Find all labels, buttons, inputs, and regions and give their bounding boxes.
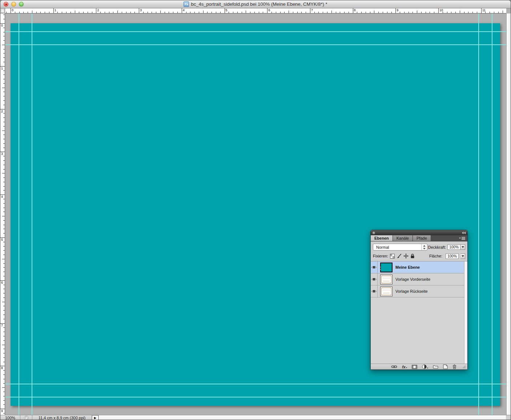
layer-row-meine-ebene[interactable]: Meine Ebene (371, 261, 465, 273)
vertical-scrollbar[interactable] (506, 13, 511, 415)
ruler-tick (434, 12, 434, 13)
status-doc-icon[interactable] (20, 415, 32, 420)
ruler-tick (336, 12, 336, 13)
guide-vertical[interactable] (492, 13, 492, 415)
layer-thumbnail[interactable] (380, 275, 393, 284)
layer-name[interactable]: Vorlage Rückseite (395, 289, 428, 293)
layer-name[interactable]: Meine Ebene (395, 265, 420, 269)
ruler-tick (3, 250, 5, 251)
ruler-tick (3, 148, 5, 148)
ruler-tick (3, 272, 5, 272)
blend-mode-select[interactable]: Normal (373, 244, 427, 251)
ruler-tick (314, 12, 315, 13)
ruler-tick (417, 11, 417, 13)
ruler-tick (370, 12, 370, 13)
ruler-top[interactable]: 01234567891011 (5, 8, 506, 13)
guide-horizontal[interactable] (5, 397, 506, 397)
layer-thumbnail[interactable] (380, 287, 393, 296)
ruler-label: 7 (311, 9, 313, 12)
ruler-tick (36, 12, 37, 13)
ruler-tick (3, 113, 5, 113)
ruler-left[interactable]: 0123456789 (0, 13, 5, 415)
lock-position-icon[interactable] (403, 253, 409, 259)
window-titlebar[interactable]: Ps bc_4s_portrait_sidefold.psd bei 100% … (0, 0, 511, 8)
ruler-tick (3, 297, 5, 298)
guide-horizontal[interactable] (5, 44, 506, 45)
layer-visibility-toggle[interactable] (371, 285, 378, 297)
close-button[interactable] (4, 2, 8, 7)
ruler-tick (323, 12, 323, 13)
panel-menu-icon[interactable] (459, 235, 467, 241)
guide-horizontal[interactable] (5, 31, 506, 32)
ruler-tick (173, 12, 173, 13)
lock-pixels-icon[interactable] (397, 253, 402, 259)
resize-corner[interactable] (506, 415, 511, 420)
tab-kanaele[interactable]: Kanäle (393, 235, 413, 241)
layer-controls: Normal Deckkraft: 100% Fixieren: (371, 241, 467, 261)
ruler-tick (3, 40, 5, 41)
ruler-tick (3, 404, 5, 405)
status-options-button[interactable]: ▶ (92, 415, 98, 420)
eye-icon (371, 265, 377, 269)
ruler-tick (3, 212, 5, 212)
fill-dropdown-button[interactable] (460, 253, 465, 259)
layer-name[interactable]: Vorlage Vorderseite (395, 277, 430, 281)
ruler-tick (23, 12, 24, 13)
delete-layer-icon[interactable] (452, 364, 456, 369)
ruler-tick (357, 12, 357, 13)
new-layer-icon[interactable] (443, 364, 448, 369)
zoom-window-button[interactable] (19, 2, 24, 7)
layer-mask-icon[interactable] (412, 365, 417, 369)
ruler-tick (3, 92, 5, 92)
horizontal-scrollbar[interactable] (98, 415, 506, 420)
ruler-label: 0 (12, 9, 13, 12)
ruler-tick (246, 11, 246, 13)
ruler-tick (3, 263, 5, 264)
stepper-icon (421, 244, 426, 250)
lock-transparency-icon[interactable] (390, 254, 395, 259)
guide-vertical[interactable] (32, 13, 32, 415)
panel-scrollbar[interactable] (464, 261, 467, 364)
ruler-tick (53, 8, 54, 13)
ruler-tick (130, 12, 131, 13)
ruler-tick (447, 12, 447, 13)
guide-horizontal[interactable] (5, 384, 506, 384)
blend-mode-value: Normal (376, 245, 389, 249)
ruler-tick (426, 12, 426, 13)
guide-vertical[interactable] (19, 13, 19, 415)
minimize-button[interactable] (11, 2, 16, 7)
adjustment-layer-icon[interactable]: ▾ (422, 364, 428, 369)
ruler-tick (3, 19, 5, 19)
ruler-tick (233, 12, 233, 13)
layer-thumbnail[interactable] (380, 263, 393, 272)
tab-pfade[interactable]: Pfade (413, 235, 431, 241)
panel-close-button[interactable] (373, 232, 375, 234)
layer-row-vorlage-vorderseite[interactable]: Vorlage Vorderseite (371, 273, 465, 285)
ruler-tick (3, 315, 5, 315)
ruler-tick (271, 12, 272, 13)
ruler-tick (3, 139, 5, 139)
layer-visibility-toggle[interactable] (371, 273, 378, 285)
ruler-tick (3, 105, 5, 105)
panel-titlebar[interactable] (371, 230, 467, 235)
panel-resize-grip[interactable] (463, 365, 466, 368)
new-group-icon[interactable] (433, 365, 438, 369)
collapse-panel-icon[interactable] (462, 232, 466, 234)
link-icon[interactable] (391, 365, 397, 368)
ruler-tick (3, 379, 5, 379)
lock-all-icon[interactable] (410, 253, 415, 259)
opacity-field[interactable]: 100% (447, 244, 460, 250)
ruler-tick (276, 12, 276, 13)
opacity-dropdown-button[interactable] (460, 244, 465, 250)
tab-ebenen[interactable]: Ebenen (371, 235, 393, 241)
ruler-tick (3, 71, 5, 71)
guide-vertical[interactable] (478, 13, 479, 415)
fill-field[interactable]: 100% (446, 253, 459, 259)
ruler-tick (250, 12, 250, 13)
layer-visibility-toggle[interactable] (371, 261, 378, 273)
zoom-level-field[interactable]: 100% (0, 415, 20, 420)
fx-icon[interactable]: fx▾ (402, 365, 407, 369)
ruler-tick (3, 186, 5, 187)
ruler-origin-corner[interactable] (0, 8, 5, 13)
layer-row-vorlage-rueckseite[interactable]: Vorlage Rückseite (371, 285, 465, 297)
